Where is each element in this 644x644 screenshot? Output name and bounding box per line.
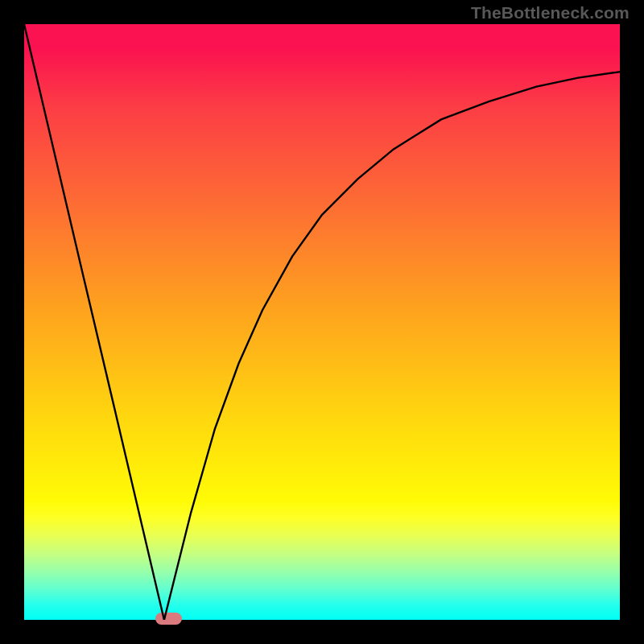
chart-frame: TheBottleneck.com [0, 0, 644, 644]
plot-area [24, 24, 620, 620]
bottleneck-curve [24, 24, 620, 620]
watermark-text: TheBottleneck.com [471, 3, 630, 23]
curve-path [24, 24, 620, 620]
